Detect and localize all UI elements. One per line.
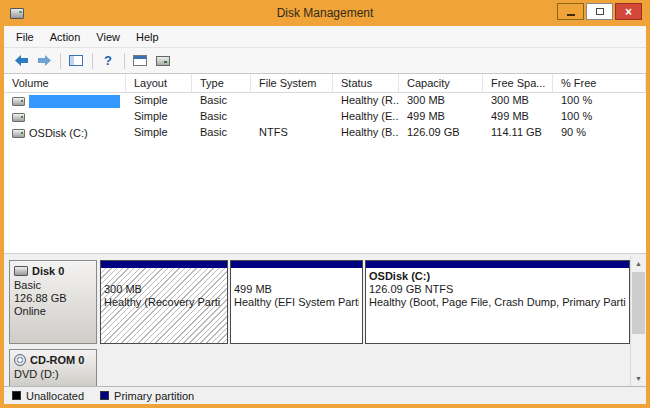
partition-recovery[interactable]: 300 MB Healthy (Recovery Parti — [100, 260, 228, 344]
close-button[interactable]: × — [615, 3, 642, 20]
status-cell: Healthy (R... — [333, 93, 399, 109]
volume-cell — [4, 93, 126, 109]
pct-free-cell: 100 % — [553, 93, 646, 109]
table-row[interactable]: Simple Basic Healthy (E... 499 MB 499 MB… — [4, 109, 646, 125]
partition-efi[interactable]: 499 MB Healthy (EFI System Partit — [230, 260, 363, 344]
legend-label: Primary partition — [114, 390, 194, 402]
action-pane-icon[interactable] — [129, 51, 151, 71]
back-icon[interactable] — [10, 51, 32, 71]
disk0-header[interactable]: Disk 0 Basic 126.88 GB Online — [9, 260, 97, 344]
minimize-button[interactable] — [557, 3, 584, 20]
cdrom-name: CD-ROM 0 — [30, 354, 84, 366]
status-cell: Healthy (E... — [333, 109, 399, 125]
cdrom-row: CD-ROM 0 DVD (D:) — [9, 349, 628, 386]
volume-list: Volume Layout Type File System Status Ca… — [4, 74, 646, 253]
layout-cell: Simple — [126, 93, 192, 109]
partition-title — [104, 270, 224, 283]
table-row[interactable]: Simple Basic Healthy (R... 300 MB 300 MB… — [4, 93, 646, 109]
pct-free-cell: 100 % — [553, 109, 646, 125]
menubar: File Action View Help — [4, 26, 646, 48]
scroll-down-button[interactable]: ▼ — [631, 371, 646, 386]
legend: Unallocated Primary partition — [4, 386, 646, 404]
type-cell: Basic — [192, 125, 251, 141]
window-controls: × — [557, 0, 646, 26]
column-header-capacity[interactable]: Capacity — [399, 74, 483, 93]
volume-selection — [29, 95, 120, 108]
partition-color-strip — [231, 261, 362, 268]
menu-item-file[interactable]: File — [8, 28, 42, 46]
partition-status: Healthy (Recovery Parti — [104, 296, 224, 309]
titlebar[interactable]: Disk Management × — [4, 0, 646, 26]
scroll-thumb[interactable] — [632, 272, 645, 334]
partition-color-strip — [101, 261, 227, 268]
type-cell: Basic — [192, 109, 251, 125]
legend-swatch-unallocated — [12, 391, 21, 400]
column-header-type[interactable]: Type — [192, 74, 251, 93]
menu-item-view[interactable]: View — [88, 28, 128, 46]
disk0-size: 126.88 GB — [14, 292, 92, 305]
menu-item-action[interactable]: Action — [42, 28, 89, 46]
disk-icon — [14, 266, 28, 276]
volume-icon — [12, 129, 25, 138]
partition-size: 499 MB — [234, 283, 359, 296]
cdrom-type: DVD (D:) — [14, 368, 92, 381]
cd-icon — [14, 354, 26, 366]
capacity-cell: 499 MB — [399, 109, 483, 125]
disk0-type: Basic — [14, 279, 92, 292]
views-icon[interactable] — [152, 51, 174, 71]
volume-label: OSDisk (C:) — [29, 126, 88, 141]
disk-pane-rows: Disk 0 Basic 126.88 GB Online 300 MB Hea… — [4, 256, 630, 386]
disk0-row: Disk 0 Basic 126.88 GB Online 300 MB Hea… — [9, 260, 628, 344]
file-system-cell — [251, 93, 333, 109]
help-icon[interactable]: ? — [97, 51, 119, 71]
legend-item-primary-partition: Primary partition — [100, 390, 194, 402]
pct-free-cell: 90 % — [553, 125, 646, 141]
free-space-cell: 300 MB — [483, 93, 553, 109]
volume-list-header: Volume Layout Type File System Status Ca… — [4, 74, 646, 93]
cdrom-header[interactable]: CD-ROM 0 DVD (D:) — [9, 349, 97, 386]
volume-cell — [4, 109, 126, 125]
partition-status: Healthy (Boot, Page File, Crash Dump, Pr… — [369, 296, 626, 309]
disk0-name: Disk 0 — [32, 265, 64, 277]
legend-label: Unallocated — [26, 390, 84, 402]
partition-osdisk[interactable]: OSDisk (C:) 126.09 GB NTFS Healthy (Boot… — [365, 260, 630, 344]
scrollbar[interactable]: ▲ ▼ — [630, 256, 646, 386]
layout-cell: Simple — [126, 125, 192, 141]
partition-status: Healthy (EFI System Partit — [234, 296, 359, 309]
free-space-cell: 114.11 GB — [483, 125, 553, 141]
disk-pane: Disk 0 Basic 126.88 GB Online 300 MB Hea… — [4, 256, 646, 386]
column-header-layout[interactable]: Layout — [126, 74, 192, 93]
legend-swatch-primary — [100, 391, 109, 400]
disk-management-window: Disk Management × File Action View Help … — [0, 0, 650, 408]
capacity-cell: 126.09 GB — [399, 125, 483, 141]
scroll-up-button[interactable]: ▲ — [631, 256, 646, 271]
type-cell: Basic — [192, 93, 251, 109]
maximize-button[interactable] — [586, 3, 613, 20]
console-tree-icon[interactable] — [65, 51, 87, 71]
volume-icon — [12, 97, 25, 106]
disk0-partitions: 300 MB Healthy (Recovery Parti 499 MB He… — [100, 260, 630, 344]
capacity-cell: 300 MB — [399, 93, 483, 109]
column-header-file-system[interactable]: File System — [251, 74, 333, 93]
column-header-pct-free[interactable]: % Free — [553, 74, 646, 93]
partition-title — [234, 270, 359, 283]
partition-size: 126.09 GB NTFS — [369, 283, 626, 296]
toolbar-separator — [60, 53, 61, 69]
column-header-volume[interactable]: Volume — [4, 74, 126, 93]
file-system-cell — [251, 109, 333, 125]
forward-icon[interactable] — [33, 51, 55, 71]
toolbar-separator — [124, 53, 125, 69]
window-title: Disk Management — [4, 6, 646, 20]
menu-item-help[interactable]: Help — [128, 28, 167, 46]
table-row[interactable]: OSDisk (C:) Simple Basic NTFS Healthy (B… — [4, 125, 646, 141]
free-space-cell: 499 MB — [483, 109, 553, 125]
partition-color-strip — [366, 261, 629, 268]
legend-item-unallocated: Unallocated — [12, 390, 84, 402]
partition-size: 300 MB — [104, 283, 224, 296]
partition-title: OSDisk (C:) — [369, 270, 626, 283]
column-header-status[interactable]: Status — [333, 74, 399, 93]
layout-cell: Simple — [126, 109, 192, 125]
toolbar: ? — [4, 48, 646, 74]
volume-icon — [12, 113, 25, 122]
column-header-free-space[interactable]: Free Spa... — [483, 74, 553, 93]
